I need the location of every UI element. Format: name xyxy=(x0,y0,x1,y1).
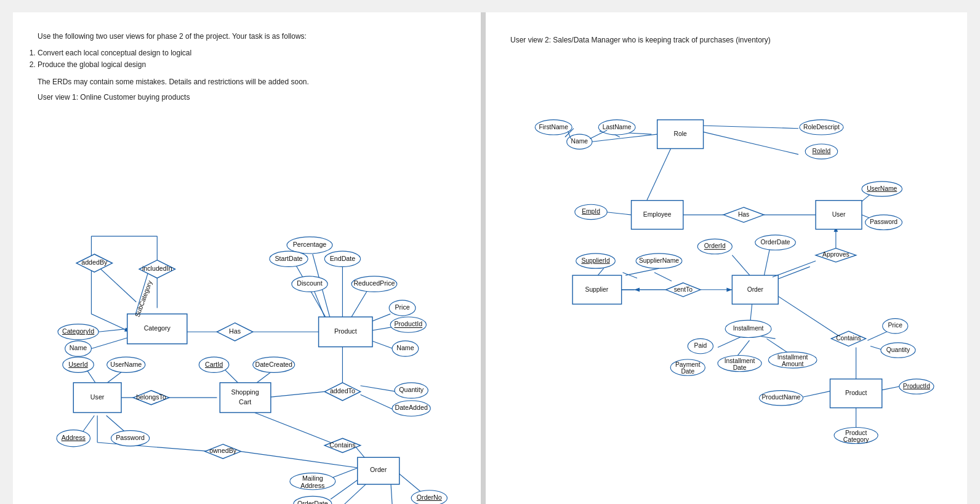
svg-line-135 xyxy=(732,255,752,278)
svg-text:SubCategory: SubCategory xyxy=(134,279,154,318)
svg-text:ProductId: ProductId xyxy=(903,383,930,390)
svg-text:Price: Price xyxy=(395,303,409,311)
svg-text:ProductName: ProductName xyxy=(761,394,800,401)
svg-text:Product: Product xyxy=(845,430,867,436)
svg-text:Installment: Installment xyxy=(733,325,764,332)
svg-text:Shopping: Shopping xyxy=(231,388,259,396)
svg-text:CartId: CartId xyxy=(205,360,223,367)
svg-text:Category: Category xyxy=(144,324,171,332)
svg-line-118 xyxy=(701,126,798,129)
svg-line-158 xyxy=(590,130,607,139)
svg-line-182 xyxy=(598,268,603,275)
svg-text:User: User xyxy=(832,211,846,218)
svg-line-114 xyxy=(91,338,127,348)
svg-text:EmpId: EmpId xyxy=(582,208,600,215)
svg-text:belongsTo: belongsTo xyxy=(136,393,166,401)
step-2: Produce the global logical design xyxy=(38,59,456,71)
svg-text:Quantity: Quantity xyxy=(886,346,910,353)
svg-text:Quantity: Quantity xyxy=(399,386,424,393)
svg-text:Contains: Contains xyxy=(329,441,355,448)
svg-line-113 xyxy=(98,329,127,332)
right-page: User view 2: Sales/Data Manager who is k… xyxy=(486,12,967,504)
svg-text:Has: Has xyxy=(229,327,241,335)
left-page: Use the following two user views for pha… xyxy=(13,12,481,504)
svg-text:Discount: Discount xyxy=(297,279,323,287)
svg-text:EndDate: EndDate xyxy=(330,254,356,262)
svg-line-28 xyxy=(241,451,369,469)
steps-list: Convert each local conceptual design to … xyxy=(38,47,456,71)
view1-title: User view 1: Online Customer buying prod… xyxy=(38,93,456,102)
svg-text:Date: Date xyxy=(733,364,747,371)
svg-text:addedBy: addedBy xyxy=(81,258,108,266)
svg-line-159 xyxy=(592,134,657,142)
note-text: The ERDs may contain some mistakes. Deta… xyxy=(38,76,456,88)
svg-text:UserId: UserId xyxy=(68,360,87,367)
svg-text:Percentage: Percentage xyxy=(293,241,327,248)
svg-text:Price: Price xyxy=(888,322,903,329)
svg-text:Installment: Installment xyxy=(777,354,808,361)
svg-text:sentTo: sentTo xyxy=(674,286,693,293)
page-divider xyxy=(481,12,486,504)
svg-line-15 xyxy=(265,391,324,398)
svg-text:UserName: UserName xyxy=(110,360,142,367)
svg-text:Name: Name xyxy=(571,138,588,145)
svg-text:Role: Role xyxy=(674,130,687,137)
svg-text:Employee: Employee xyxy=(643,211,672,218)
svg-text:ReducedPrice: ReducedPrice xyxy=(353,279,395,287)
svg-text:Amount: Amount xyxy=(782,361,804,367)
svg-text:Payment: Payment xyxy=(675,361,701,368)
svg-text:SupplierName: SupplierName xyxy=(639,257,679,264)
svg-text:SupplierId: SupplierId xyxy=(581,257,610,264)
svg-line-183 xyxy=(625,268,659,275)
svg-text:LastName: LastName xyxy=(603,124,632,130)
page-container: Use the following two user views for pha… xyxy=(13,12,967,504)
svg-text:Paid: Paid xyxy=(694,342,707,349)
svg-text:addedTo: addedTo xyxy=(330,387,355,394)
svg-text:OrderNo: OrderNo xyxy=(417,494,442,501)
svg-text:DateAdded: DateAdded xyxy=(395,404,427,411)
svg-text:RoleDescript: RoleDescript xyxy=(803,124,840,130)
svg-line-27 xyxy=(97,442,211,452)
svg-text:DateCreated: DateCreated xyxy=(255,360,292,367)
svg-text:Product: Product xyxy=(845,390,867,396)
svg-text:RoleId: RoleId xyxy=(813,148,831,154)
svg-line-125 xyxy=(605,212,631,215)
svg-text:User: User xyxy=(90,393,105,401)
svg-text:ownedBy: ownedBy xyxy=(209,447,237,454)
svg-line-17 xyxy=(361,394,393,409)
svg-text:Category: Category xyxy=(843,436,870,443)
svg-text:StartDate: StartDate xyxy=(275,254,302,262)
svg-text:Order: Order xyxy=(370,466,387,473)
svg-text:Installment: Installment xyxy=(725,358,755,364)
svg-text:Contains: Contains xyxy=(836,335,861,342)
svg-text:Address: Address xyxy=(62,434,86,441)
svg-line-136 xyxy=(764,249,769,277)
diagram-left: Category Product Has includedIn addedBy … xyxy=(38,105,456,489)
svg-text:Order: Order xyxy=(747,286,764,293)
svg-line-16 xyxy=(361,385,396,391)
svg-text:Name: Name xyxy=(70,344,87,351)
svg-text:CategoryId: CategoryId xyxy=(62,327,94,335)
svg-text:Has: Has xyxy=(738,211,749,218)
svg-text:includedIn: includedIn xyxy=(142,265,172,272)
svg-text:OrderId: OrderId xyxy=(704,242,726,249)
svg-line-30 xyxy=(247,409,331,442)
svg-text:Approves: Approves xyxy=(822,251,849,258)
view2-title: User view 2: Sales/Data Manager who is k… xyxy=(510,36,942,44)
svg-text:FirstName: FirstName xyxy=(539,124,568,130)
svg-text:UserName: UserName xyxy=(867,185,897,192)
diagram-right: Role FirstName LastName Name RoleDescrip… xyxy=(510,52,942,473)
svg-line-129 xyxy=(654,273,672,281)
svg-text:Date: Date xyxy=(681,368,694,375)
svg-text:OrderDate: OrderDate xyxy=(761,239,790,246)
svg-text:Password: Password xyxy=(870,218,898,225)
svg-line-146 xyxy=(798,391,833,398)
svg-line-194 xyxy=(773,261,816,277)
svg-text:Password: Password xyxy=(116,434,145,441)
svg-text:OrderDate: OrderDate xyxy=(297,500,328,504)
svg-text:Mailing: Mailing xyxy=(302,474,323,482)
erd-diagram-1: Category Product Has includedIn addedBy … xyxy=(38,105,456,487)
svg-text:Supplier: Supplier xyxy=(585,286,609,293)
svg-text:ProductId: ProductId xyxy=(394,320,422,327)
instructions-text: Use the following two user views for pha… xyxy=(38,31,456,42)
